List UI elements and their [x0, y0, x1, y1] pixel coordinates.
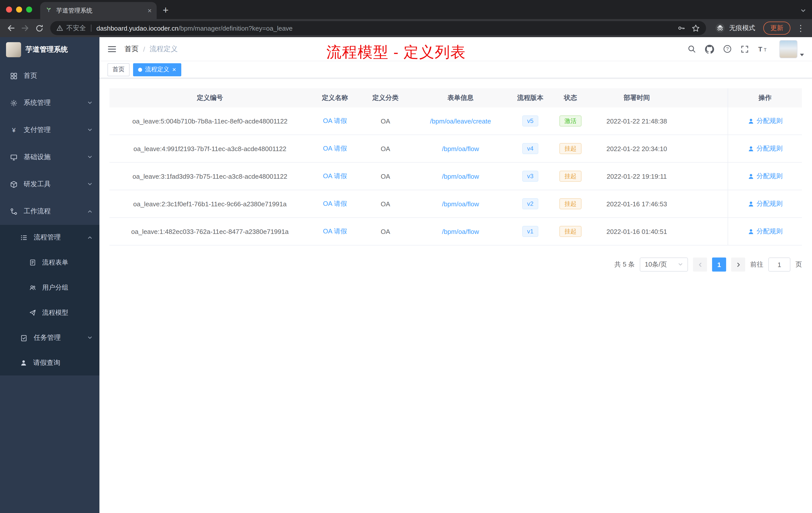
new-tab-button[interactable]: + [163, 5, 169, 15]
sidebar-item-system-management[interactable]: 系统管理 [0, 89, 99, 117]
github-icon[interactable] [705, 44, 714, 54]
page-number-button[interactable]: 1 [712, 258, 726, 272]
omnibox[interactable]: 不安全 dashboard.yudao.iocoder.cn/bpm/manag… [50, 21, 706, 35]
definition-name-link[interactable]: OA 请假 [323, 117, 347, 125]
form-link[interactable]: /bpm/oa/flow [442, 173, 479, 180]
browser-address-bar: 不安全 dashboard.yudao.iocoder.cn/bpm/manag… [0, 19, 812, 37]
table-row: oa_leave:3:1fad3d93-7b75-11ec-a3c8-acde4… [110, 163, 802, 190]
status-badge: 挂起 [559, 198, 581, 209]
assign-rule-link[interactable]: 分配规则 [748, 144, 783, 153]
main-area: 首页 / 流程定义 ? [99, 37, 812, 513]
sidebar-logo[interactable]: 芋道管理系统 [0, 37, 99, 62]
minimize-window-button[interactable] [16, 6, 22, 12]
tab-close-icon[interactable]: × [148, 7, 152, 14]
definition-id: oa_leave:1:482ec033-762a-11ec-8477-a2380… [110, 218, 310, 245]
sidebar-item-label: 任务管理 [34, 333, 61, 342]
security-chip[interactable]: 不安全 [56, 24, 86, 33]
font-size-icon[interactable]: TT [758, 45, 767, 53]
chevron-up-icon [87, 235, 92, 240]
tag-home[interactable]: 首页 [108, 63, 129, 76]
sidebar-item-infrastructure[interactable]: 基础设施 [0, 144, 99, 171]
chevron-up-icon [87, 209, 92, 214]
sidebar-item-label: 流程模型 [42, 308, 68, 317]
user-icon [748, 228, 754, 235]
chevron-down-icon [87, 155, 92, 160]
definition-id: oa_leave:5:004b710b-7b8a-11ec-8ef0-acde4… [110, 108, 310, 134]
bookmark-star-icon[interactable] [692, 24, 700, 32]
chevron-down-icon [678, 262, 683, 267]
tab-search-chevron-icon[interactable] [801, 6, 806, 16]
dashboard-icon [10, 72, 18, 80]
goto-page-input[interactable] [768, 258, 790, 272]
sidebar-item-leave-query[interactable]: 请假查询 [0, 350, 99, 375]
definition-id: oa_leave:2:3c1f0ef1-76b1-11ec-9c66-a2380… [110, 190, 310, 217]
form-link[interactable]: /bpm/oa/flow [442, 228, 479, 235]
definition-name-link[interactable]: OA 请假 [323, 144, 347, 153]
tag-close-icon[interactable]: × [172, 66, 176, 73]
definition-name-link[interactable]: OA 请假 [323, 172, 347, 181]
assign-rule-link[interactable]: 分配规则 [748, 227, 783, 236]
sidebar: 芋道管理系统 首页 系统管理 ¥ 支付管理 基础设施 [0, 37, 99, 513]
column-header-blank [684, 88, 728, 108]
workflow-icon [10, 208, 18, 215]
breadcrumb-home[interactable]: 首页 [124, 44, 139, 54]
reload-button[interactable] [32, 21, 46, 35]
zoom-window-button[interactable] [26, 6, 32, 12]
sidebar-item-label: 用户分组 [42, 283, 68, 292]
fullscreen-icon[interactable] [741, 45, 749, 53]
close-window-button[interactable] [6, 6, 12, 12]
workflow-submenu: 流程管理 流程表单 用户分组 流程模型 任务管理 [0, 225, 99, 375]
incognito-label: 无痕模式 [729, 24, 755, 33]
forward-button[interactable] [18, 21, 32, 35]
sidebar-item-home[interactable]: 首页 [0, 62, 99, 89]
help-icon[interactable]: ? [723, 45, 732, 53]
chevron-down-icon [87, 127, 92, 132]
status-badge: 激活 [559, 116, 581, 126]
monitor-icon [10, 153, 18, 161]
cube-icon [10, 180, 18, 188]
definition-table: 定义编号 定义名称 定义分类 表单信息 流程版本 状态 部署时间 操作 oa_l… [110, 88, 802, 245]
key-icon[interactable] [677, 24, 686, 32]
browser-menu-icon[interactable]: ⋮ [796, 23, 805, 33]
back-button[interactable] [4, 21, 18, 35]
sidebar-item-process-model[interactable]: 流程模型 [0, 300, 99, 325]
hamburger-icon[interactable] [108, 45, 116, 53]
sidebar-item-process-management[interactable]: 流程管理 [0, 225, 99, 250]
search-icon[interactable] [688, 45, 696, 53]
browser-tab[interactable]: 芋道管理系统 × [40, 2, 157, 19]
breadcrumb-separator: / [143, 45, 145, 53]
definition-category: OA [359, 108, 411, 134]
assign-rule-link[interactable]: 分配规则 [748, 172, 783, 181]
table-row: oa_leave:2:3c1f0ef1-76b1-11ec-9c66-a2380… [110, 190, 802, 218]
next-page-button[interactable] [731, 258, 745, 272]
favicon [45, 6, 52, 15]
definition-name-link[interactable]: OA 请假 [323, 227, 347, 236]
sidebar-item-process-form[interactable]: 流程表单 [0, 250, 99, 275]
form-link[interactable]: /bpm/oa/flow [442, 200, 479, 208]
yen-icon: ¥ [10, 126, 18, 134]
sidebar-item-task-management[interactable]: 任务管理 [0, 325, 99, 350]
window-controls [0, 0, 37, 19]
svg-text:?: ? [726, 46, 729, 52]
definition-name-link[interactable]: OA 请假 [323, 199, 347, 208]
update-button[interactable]: 更新 [763, 22, 790, 35]
page-size-select[interactable]: 10条/页 [640, 258, 688, 272]
assign-rule-link[interactable]: 分配规则 [748, 199, 783, 208]
avatar[interactable] [779, 40, 798, 58]
sidebar-item-payment-management[interactable]: ¥ 支付管理 [0, 117, 99, 144]
table-header: 定义编号 定义名称 定义分类 表单信息 流程版本 状态 部署时间 操作 [110, 88, 802, 108]
sidebar-item-label: 首页 [24, 71, 37, 80]
assign-rule-link[interactable]: 分配规则 [748, 117, 783, 125]
tag-process-definition[interactable]: 流程定义 × [133, 63, 181, 76]
prev-page-button[interactable] [693, 258, 707, 272]
definition-category: OA [359, 163, 411, 190]
security-label: 不安全 [66, 24, 86, 33]
sidebar-item-user-group[interactable]: 用户分组 [0, 275, 99, 300]
form-link[interactable]: /bpm/oa/leave/create [430, 117, 491, 125]
svg-text:T: T [758, 45, 762, 53]
user-menu[interactable] [779, 40, 804, 58]
sidebar-item-workflow[interactable]: 工作流程 [0, 198, 99, 225]
sidebar-item-dev-tools[interactable]: 研发工具 [0, 171, 99, 198]
form-link[interactable]: /bpm/oa/flow [442, 145, 479, 152]
sidebar-item-label: 流程管理 [34, 233, 61, 242]
